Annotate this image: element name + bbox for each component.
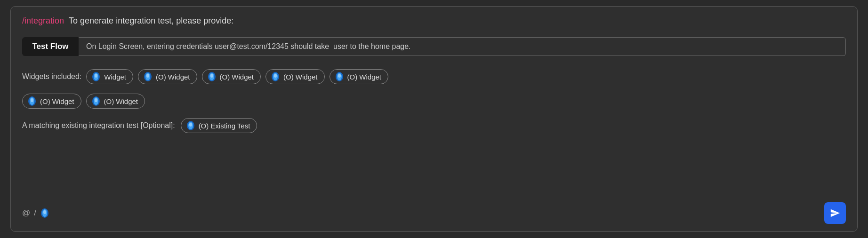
widget-chip-1[interactable]: Widget: [86, 69, 133, 84]
existing-test-section: A matching existing integration test [Op…: [22, 118, 846, 133]
svg-point-8: [210, 74, 213, 78]
widget-chip-6[interactable]: (O) Widget: [22, 94, 81, 109]
widget-chip-2[interactable]: (O) Widget: [138, 69, 197, 84]
widget-chip-3[interactable]: (O) Widget: [202, 69, 261, 84]
send-button[interactable]: [824, 202, 846, 224]
dart-icon-bottom: [40, 208, 49, 218]
svg-point-11: [274, 74, 277, 78]
bottom-bar: @ /: [22, 202, 846, 224]
widget-chip-1-label: Widget: [104, 73, 126, 81]
at-symbol[interactable]: @: [22, 208, 30, 218]
integration-label: /integration: [22, 15, 64, 26]
slash-symbol[interactable]: /: [34, 208, 36, 218]
widget-chip-7-label: (O) Widget: [104, 97, 138, 105]
widget-chip-2-label: (O) Widget: [156, 73, 190, 81]
dart-icon-4: [271, 72, 280, 81]
widget-chip-3-label: (O) Widget: [220, 73, 254, 81]
widgets-row-2: (O) Widget (O) Widget: [22, 94, 846, 109]
svg-point-20: [95, 98, 97, 102]
dart-icon-6: [27, 96, 37, 106]
dart-icon-1: [91, 72, 101, 81]
existing-test-chip[interactable]: (O) Existing Test: [181, 118, 257, 133]
svg-point-14: [338, 74, 341, 78]
widget-chip-4[interactable]: (O) Widget: [265, 69, 325, 84]
widget-chip-4-label: (O) Widget: [283, 73, 318, 81]
dart-icon-7: [91, 96, 101, 106]
svg-point-26: [43, 210, 46, 214]
dart-icon-existing: [186, 121, 195, 130]
widgets-section: Widgets included: Widget (O) Widget: [22, 69, 846, 84]
dart-icon-3: [207, 72, 217, 81]
prompt-text: To generate integration test, please pro…: [69, 15, 233, 26]
test-flow-row: Test Flow: [22, 37, 846, 56]
svg-point-17: [31, 98, 33, 102]
prompt-row: /integration To generate integration tes…: [22, 15, 846, 26]
svg-point-23: [189, 123, 192, 127]
test-flow-button[interactable]: Test Flow: [22, 37, 79, 56]
main-container: /integration To generate integration tes…: [10, 6, 858, 232]
svg-point-5: [146, 74, 149, 78]
widget-chip-6-label: (O) Widget: [40, 97, 74, 105]
widget-chip-7[interactable]: (O) Widget: [86, 94, 145, 109]
svg-point-2: [95, 74, 97, 78]
existing-test-chip-label: (O) Existing Test: [199, 122, 250, 130]
send-icon: [830, 208, 840, 218]
widget-chip-5[interactable]: (O) Widget: [330, 69, 389, 84]
dart-icon-2: [143, 72, 153, 81]
test-flow-input[interactable]: [79, 37, 846, 56]
bottom-icons: @ /: [22, 208, 49, 218]
existing-test-label: A matching existing integration test [Op…: [22, 121, 175, 130]
widgets-label: Widgets included:: [22, 72, 81, 81]
dart-icon-5: [335, 72, 344, 81]
widget-chip-5-label: (O) Widget: [347, 73, 382, 81]
